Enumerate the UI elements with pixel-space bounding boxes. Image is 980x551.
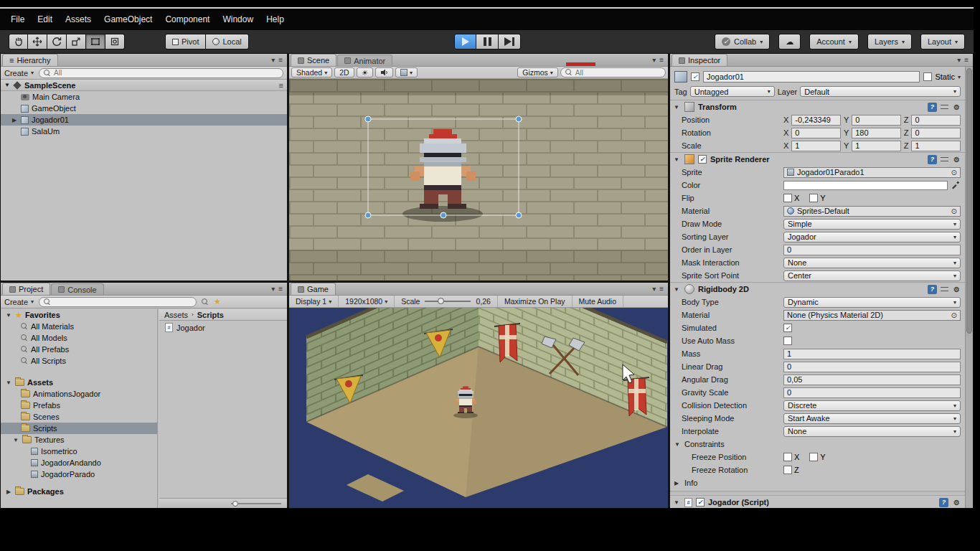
component-enabled-checkbox[interactable]: ✓ xyxy=(698,155,707,164)
hierarchy-item-main-camera[interactable]: Main Camera xyxy=(1,91,287,103)
texture-jogadorparado[interactable]: JogadorParado xyxy=(1,468,157,480)
sprite-sort-point-dropdown[interactable]: Center ▾ xyxy=(783,270,961,281)
object-picker-icon[interactable]: ⊙ xyxy=(951,207,957,215)
texture-jogadorandando[interactable]: JogadorAndando xyxy=(1,457,157,468)
scene-search-input[interactable]: All xyxy=(560,67,666,77)
resolution-dropdown[interactable]: 1920x1080 ▾ xyxy=(341,296,392,307)
play-button[interactable] xyxy=(454,34,476,50)
favorites-root[interactable]: ▼ ★ Favorites xyxy=(1,309,157,321)
panel-menu-icon[interactable]: ≡ xyxy=(278,56,283,64)
thumbnail-size-slider[interactable] xyxy=(231,503,281,504)
hand-tool-button[interactable] xyxy=(9,34,28,50)
tab-game[interactable]: Game xyxy=(291,283,336,295)
script-enabled-checkbox[interactable]: ✓ xyxy=(696,498,705,507)
menu-file[interactable]: File xyxy=(4,12,31,27)
layers-button[interactable]: Layers ▾ xyxy=(867,34,912,50)
linear-drag-field[interactable]: 0 xyxy=(783,362,961,372)
hierarchy-create-button[interactable]: Create ▾ xyxy=(4,69,34,77)
inspector-scrollbar[interactable] xyxy=(965,67,973,508)
packages-root[interactable]: ▶ Packages xyxy=(1,486,157,497)
favorite-all-materials[interactable]: All Materials xyxy=(1,321,157,332)
project-search-input[interactable] xyxy=(39,297,197,307)
scale-y-field[interactable]: 1 xyxy=(852,141,901,151)
folder-textures[interactable]: ▼ Textures xyxy=(1,434,157,446)
presets-icon[interactable] xyxy=(941,156,948,164)
folder-animationsjogador[interactable]: AnimationsJogador xyxy=(1,388,157,400)
panel-menu-icon[interactable]: ≡ xyxy=(964,56,969,64)
panel-dropdown-icon[interactable]: ▾ xyxy=(652,285,656,293)
scale-slider[interactable] xyxy=(425,301,471,302)
angular-drag-field[interactable]: 0,05 xyxy=(783,375,961,385)
flip-x-checkbox[interactable] xyxy=(783,194,792,202)
rotation-x-field[interactable]: 0 xyxy=(791,128,841,138)
transform-tool-button[interactable] xyxy=(105,34,125,50)
gameobject-name-field[interactable]: Jogador01 xyxy=(703,71,920,83)
tag-dropdown[interactable]: Untagged ▾ xyxy=(690,86,775,97)
tab-scene[interactable]: Scene xyxy=(291,54,336,66)
sprite-renderer-header[interactable]: ▼ ✓ Sprite Renderer ? ⚙ xyxy=(670,152,965,166)
foldout-open-icon[interactable]: ▼ xyxy=(674,104,681,110)
order-in-layer-field[interactable]: 0 xyxy=(783,245,961,255)
favorite-all-prefabs[interactable]: All Prefabs xyxy=(1,344,157,355)
texture-isometrico[interactable]: Isometrico xyxy=(1,446,157,457)
breadcrumb-scripts[interactable]: Scripts xyxy=(197,311,224,319)
gizmos-dropdown[interactable]: Gizmos ▾ xyxy=(517,67,558,77)
presets-icon[interactable] xyxy=(941,286,948,293)
panel-dropdown-icon[interactable]: ▾ xyxy=(652,56,656,64)
use-auto-mass-checkbox[interactable] xyxy=(783,336,792,345)
panel-menu-icon[interactable]: ≡ xyxy=(659,285,664,293)
freeze-rotation-z-checkbox[interactable] xyxy=(783,466,792,474)
collab-button[interactable]: ✓ Collab ▾ xyxy=(715,34,770,50)
body-type-dropdown[interactable]: Dynamic ▾ xyxy=(783,297,961,308)
presets-icon[interactable] xyxy=(941,103,948,111)
gear-icon[interactable]: ⚙ xyxy=(952,155,961,164)
maximize-on-play-button[interactable]: Maximize On Play xyxy=(500,296,570,307)
simulated-checkbox[interactable]: ✓ xyxy=(783,324,792,332)
foldout-open-icon[interactable]: ▼ xyxy=(5,380,12,386)
tab-hierarchy[interactable]: ≡ Hierarchy xyxy=(2,54,58,66)
rotation-y-field[interactable]: 180 xyxy=(852,128,901,138)
hierarchy-search-input[interactable]: All xyxy=(39,68,283,78)
scale-x-field[interactable]: 1 xyxy=(791,141,841,151)
game-viewport[interactable] xyxy=(289,308,668,508)
favorite-all-scripts[interactable]: All Scripts xyxy=(1,355,157,367)
audio-toggle-button[interactable] xyxy=(375,67,393,77)
gravity-scale-field[interactable]: 0 xyxy=(783,387,961,398)
freeze-position-y-checkbox[interactable] xyxy=(809,453,818,461)
draw-mode-dropdown[interactable]: Simple ▾ xyxy=(783,219,961,230)
favorite-all-models[interactable]: All Models xyxy=(1,332,157,344)
object-picker-icon[interactable]: ⊙ xyxy=(951,169,957,176)
foldout-closed-icon[interactable]: ▶ xyxy=(5,489,12,495)
rigidbody2d-header[interactable]: ▼ Rigidbody 2D ? ⚙ xyxy=(670,282,965,296)
object-picker-icon[interactable]: ⊙ xyxy=(951,311,957,319)
help-icon[interactable]: ? xyxy=(928,103,937,112)
panel-dropdown-icon[interactable]: ▾ xyxy=(957,56,961,64)
panel-menu-icon[interactable]: ≡ xyxy=(659,56,664,64)
layout-button[interactable]: Layout ▾ xyxy=(920,34,965,50)
tab-console[interactable]: Console xyxy=(51,283,103,295)
help-icon[interactable]: ? xyxy=(928,285,937,294)
tab-inspector[interactable]: Inspector xyxy=(672,54,727,66)
menu-help[interactable]: Help xyxy=(260,12,291,27)
active-checkbox[interactable]: ✓ xyxy=(691,72,699,81)
effects-dropdown[interactable]: ▾ xyxy=(395,67,418,77)
layer-dropdown[interactable]: Default ▾ xyxy=(800,86,961,97)
foldout-open-icon[interactable]: ▼ xyxy=(5,312,12,319)
slider-knob[interactable] xyxy=(438,298,444,304)
mask-interaction-dropdown[interactable]: None ▾ xyxy=(783,258,961,268)
foldout-open-icon[interactable]: ▼ xyxy=(674,499,681,506)
search-by-label-icon[interactable]: ★ xyxy=(214,297,221,306)
asset-jogador-script[interactable]: # Jogador xyxy=(159,321,287,334)
pivot-button[interactable]: Pivot xyxy=(165,34,206,50)
menu-assets[interactable]: Assets xyxy=(59,12,98,27)
rect-tool-button[interactable] xyxy=(86,34,105,50)
foldout-open-icon[interactable]: ▼ xyxy=(12,437,19,443)
sprite-object-field[interactable]: Jogador01Parado1 ⊙ xyxy=(783,167,961,178)
step-button[interactable] xyxy=(499,34,521,50)
constraints-foldout[interactable]: ▼ Constraints xyxy=(670,438,965,451)
gear-icon[interactable]: ⚙ xyxy=(952,103,961,112)
pause-button[interactable] xyxy=(476,34,499,50)
static-control[interactable]: Static ▾ xyxy=(923,72,961,81)
material-object-field[interactable]: Sprites-Default ⊙ xyxy=(783,206,961,217)
help-icon[interactable]: ? xyxy=(939,498,948,507)
